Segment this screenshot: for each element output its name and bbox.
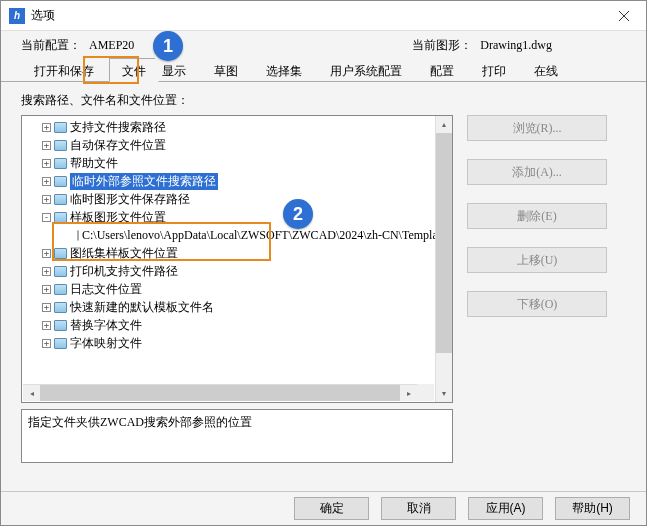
description-text: 指定文件夹供ZWCAD搜索外部参照的位置 [28, 415, 252, 429]
close-icon [619, 11, 629, 21]
current-config-label: 当前配置： [21, 37, 81, 54]
tree-node-label: 帮助文件 [70, 155, 118, 172]
expand-icon[interactable]: + [42, 285, 51, 294]
tree-node-label: 自动保存文件位置 [70, 137, 166, 154]
tab-open-save[interactable]: 打开和保存 [21, 58, 107, 81]
scrollbar-horizontal[interactable]: ◂ ▸ [23, 384, 417, 401]
tree-node[interactable]: +打印机支持文件路径 [26, 262, 435, 280]
expand-icon[interactable]: + [42, 267, 51, 276]
tree-node[interactable]: -样板图形文件位置 [26, 208, 435, 226]
tab-online[interactable]: 在线 [521, 58, 571, 81]
tab-drafting[interactable]: 草图 [201, 58, 251, 81]
tree-node[interactable]: +替换字体文件 [26, 316, 435, 334]
tree-node[interactable]: +临时图形文件保存路径 [26, 190, 435, 208]
description-box: 指定文件夹供ZWCAD搜索外部参照的位置 [21, 409, 453, 463]
scroll-v-track[interactable] [436, 353, 452, 385]
tab-files[interactable]: 文件 [109, 58, 159, 82]
scrollbar-vertical[interactable]: ▴ ▾ [435, 116, 452, 402]
expand-icon[interactable]: + [42, 195, 51, 204]
tree-node[interactable]: +自动保存文件位置 [26, 136, 435, 154]
scroll-right-button[interactable]: ▸ [400, 385, 417, 401]
folder-icon [54, 302, 67, 313]
options-dialog: h 选项 当前配置： AMEP20 当前图形： Drawing1.dwg 打开和… [0, 0, 647, 526]
ok-button[interactable]: 确定 [294, 497, 369, 520]
tab-content: 搜索路径、文件名和文件位置： +支持文件搜索路径+自动保存文件位置+帮助文件+临… [1, 82, 646, 491]
expand-icon[interactable]: + [42, 123, 51, 132]
titlebar: h 选项 [1, 1, 646, 31]
tree-node-label: 图纸集样板文件位置 [70, 245, 178, 262]
tree: +支持文件搜索路径+自动保存文件位置+帮助文件+临时外部参照文件搜索路径+临时图… [22, 116, 435, 354]
scroll-h-thumb[interactable] [40, 385, 400, 401]
tree-node-label: 支持文件搜索路径 [70, 119, 166, 136]
move-up-button[interactable]: 上移(U) [467, 247, 607, 273]
tab-display[interactable]: 显示 [155, 58, 199, 81]
cancel-button[interactable]: 取消 [381, 497, 456, 520]
tree-node[interactable]: +快速新建的默认模板文件名 [26, 298, 435, 316]
tree-node-label: 临时图形文件保存路径 [70, 191, 190, 208]
scroll-up-button[interactable]: ▴ [436, 116, 452, 133]
tree-box: +支持文件搜索路径+自动保存文件位置+帮助文件+临时外部参照文件搜索路径+临时图… [21, 115, 453, 403]
tree-node[interactable]: +字体映射文件 [26, 334, 435, 352]
tree-node-label: C:\Users\lenovo\AppData\Local\ZWSOFT\ZWC… [82, 228, 435, 243]
folder-icon [54, 140, 67, 151]
folder-icon [54, 122, 67, 133]
tree-node[interactable]: +日志文件位置 [26, 280, 435, 298]
current-drawing-value: Drawing1.dwg [480, 38, 552, 53]
annotation-badge-1: 1 [153, 31, 183, 61]
annotation-badge-2: 2 [283, 199, 313, 229]
config-row: 当前配置： AMEP20 当前图形： Drawing1.dwg [1, 31, 646, 58]
tree-node-label: 临时外部参照文件搜索路径 [70, 173, 218, 190]
tree-node-label: 样板图形文件位置 [70, 209, 166, 226]
side-buttons: 浏览(R)... 添加(A)... 删除(E) 上移(U) 下移(O) [467, 115, 607, 403]
tree-node-label: 字体映射文件 [70, 335, 142, 352]
current-drawing: 当前图形： Drawing1.dwg [412, 37, 552, 54]
tabs-row: 打开和保存 文件 显示 草图 选择集 用户系统配置 配置 打印 在线 [1, 58, 646, 82]
folder-icon [54, 158, 67, 169]
expand-icon[interactable]: + [42, 141, 51, 150]
current-config: 当前配置： AMEP20 [21, 37, 169, 54]
delete-button[interactable]: 删除(E) [467, 203, 607, 229]
app-icon: h [9, 8, 25, 24]
tree-scroll[interactable]: +支持文件搜索路径+自动保存文件位置+帮助文件+临时外部参照文件搜索路径+临时图… [22, 116, 435, 402]
expand-icon[interactable]: + [42, 303, 51, 312]
scroll-corner [417, 384, 434, 401]
folder-icon [54, 266, 67, 277]
folder-icon [54, 338, 67, 349]
folder-icon [54, 284, 67, 295]
tab-selection[interactable]: 选择集 [253, 58, 315, 81]
close-button[interactable] [601, 1, 646, 30]
expand-icon[interactable]: + [42, 177, 51, 186]
browse-button[interactable]: 浏览(R)... [467, 115, 607, 141]
tree-node[interactable]: +图纸集样板文件位置 [26, 244, 435, 262]
file-icon [77, 230, 79, 241]
expand-icon[interactable]: + [42, 339, 51, 348]
folder-icon [54, 320, 67, 331]
expand-icon[interactable]: + [42, 321, 51, 330]
add-button[interactable]: 添加(A)... [467, 159, 607, 185]
scroll-v-thumb[interactable] [436, 133, 452, 353]
current-drawing-label: 当前图形： [412, 37, 472, 54]
folder-icon [54, 194, 67, 205]
tab-print[interactable]: 打印 [469, 58, 519, 81]
tab-user-prefs[interactable]: 用户系统配置 [317, 58, 415, 81]
scroll-down-button[interactable]: ▾ [436, 385, 452, 402]
move-down-button[interactable]: 下移(O) [467, 291, 607, 317]
folder-icon [54, 176, 67, 187]
tree-node[interactable]: +临时外部参照文件搜索路径 [26, 172, 435, 190]
tree-node-label: 替换字体文件 [70, 317, 142, 334]
tab-profiles[interactable]: 配置 [417, 58, 467, 81]
tree-node[interactable]: +帮助文件 [26, 154, 435, 172]
scroll-left-button[interactable]: ◂ [23, 385, 40, 401]
tree-leaf[interactable]: C:\Users\lenovo\AppData\Local\ZWSOFT\ZWC… [26, 226, 435, 244]
tree-node-label: 快速新建的默认模板文件名 [70, 299, 214, 316]
tree-node[interactable]: +支持文件搜索路径 [26, 118, 435, 136]
help-button[interactable]: 帮助(H) [555, 497, 630, 520]
expand-icon[interactable]: + [42, 249, 51, 258]
expand-icon[interactable]: + [42, 159, 51, 168]
tree-node-label: 打印机支持文件路径 [70, 263, 178, 280]
collapse-icon[interactable]: - [42, 213, 51, 222]
apply-button[interactable]: 应用(A) [468, 497, 543, 520]
window-title: 选项 [31, 7, 601, 24]
folder-icon [54, 212, 67, 223]
folder-icon [54, 248, 67, 259]
